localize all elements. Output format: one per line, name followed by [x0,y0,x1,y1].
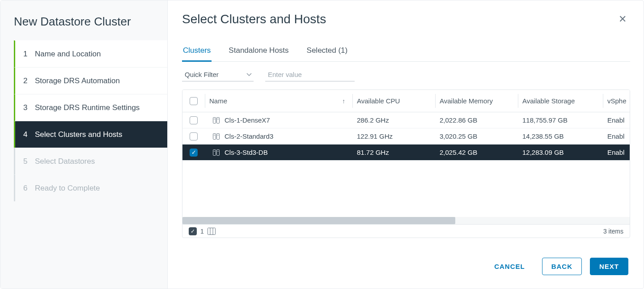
filter-input[interactable] [265,70,355,81]
checkbox-icon[interactable] [190,132,198,140]
step-ready-complete: 6 Ready to Complete [14,174,167,201]
tab-standalone-hosts[interactable]: Standalone Hosts [228,46,289,61]
step-number: 2 [23,76,35,85]
step-name-location[interactable]: 1 Name and Location [14,40,167,67]
row-name-cell: Cls-1-DenseX7 [205,112,352,128]
items-count: 3 items [603,228,623,235]
wizard-footer: CANCEL BACK NEXT [182,247,630,289]
table-row[interactable]: Cls-1-DenseX7 286.2 GHz 2,022.86 GB 118,… [182,112,630,128]
row-cpu: 122.91 GHz [352,128,435,144]
step-label: Storage DRS Runtime Settings [35,103,140,112]
wizard-title: New Datastore Cluster [0,13,167,40]
step-drs-runtime[interactable]: 3 Storage DRS Runtime Settings [14,94,167,121]
step-label: Select Datastores [35,157,95,166]
row-cpu: 286.2 GHz [352,112,435,128]
header-memory[interactable]: Available Memory [435,90,518,112]
checkbox-icon[interactable] [190,116,198,124]
svg-rect-4 [213,133,216,139]
page-title: Select Clusters and Hosts [182,12,326,26]
svg-rect-1 [217,117,220,123]
table-footer: 1 3 items [182,224,630,238]
wizard-dialog: New Datastore Cluster 1 Name and Locatio… [0,0,644,289]
quick-filter-dropdown[interactable]: Quick Filter [182,70,254,81]
tabs: Clusters Standalone Hosts Selected (1) [182,46,630,62]
table-row[interactable]: Cls-2-Standard3 122.91 GHz 3,020.25 GB 1… [182,128,630,144]
table-row[interactable]: Cls-3-Std3-DB 81.72 GHz 2,025.42 GB 12,2… [182,144,630,161]
sort-asc-icon: ↑ [342,98,348,105]
step-select-clusters-hosts[interactable]: 4 Select Clusters and Hosts [14,121,167,148]
step-number: 3 [23,103,35,112]
row-checkbox-cell[interactable] [182,112,205,128]
table-header-row: Name ↑ Available CPU Available Memory Av… [182,90,630,112]
step-number: 4 [23,130,35,139]
row-name-cell: Cls-3-Std3-DB [205,144,352,160]
cancel-button[interactable]: CANCEL [485,258,534,275]
step-label: Select Clusters and Hosts [35,130,123,139]
checkbox-icon[interactable] [190,97,198,105]
svg-rect-8 [213,149,216,155]
row-name: Cls-2-Standard3 [225,132,273,140]
header-name[interactable]: Name ↑ [205,90,352,112]
cluster-icon [213,149,220,156]
step-drs-automation[interactable]: 2 Storage DRS Automation [14,67,167,94]
back-button[interactable]: BACK [542,258,582,275]
wizard-content: Select Clusters and Hosts ✕ Clusters Sta… [168,0,644,289]
row-memory: 3,020.25 GB [435,128,518,144]
close-icon[interactable]: ✕ [615,13,630,26]
horizontal-scrollbar[interactable] [182,217,630,224]
cluster-icon [213,117,220,123]
step-label: Name and Location [35,50,101,59]
header-storage[interactable]: Available Storage [518,90,603,112]
step-number: 5 [23,157,35,166]
header-ha[interactable]: vSphe [603,90,630,112]
tab-selected[interactable]: Selected (1) [306,46,349,61]
table-body: Cls-1-DenseX7 286.2 GHz 2,022.86 GB 118,… [182,112,630,217]
step-label: Storage DRS Automation [35,76,120,85]
row-memory: 2,022.86 GB [435,112,518,128]
columns-icon[interactable] [208,228,216,235]
wizard-steps: 1 Name and Location 2 Storage DRS Automa… [0,40,167,201]
wizard-sidebar: New Datastore Cluster 1 Name and Locatio… [0,0,168,289]
row-name-cell: Cls-2-Standard3 [205,128,352,144]
checkbox-icon[interactable] [190,149,198,157]
row-ha: Enabl [603,144,630,160]
svg-rect-0 [213,117,216,123]
row-storage: 118,755.97 GB [518,112,603,128]
chevron-down-icon [246,73,252,76]
step-number: 1 [23,50,35,59]
row-cpu: 81.72 GHz [352,144,435,160]
header-name-label: Name [209,97,227,105]
row-storage: 14,238.55 GB [518,128,603,144]
svg-rect-12 [208,228,215,234]
header-cpu[interactable]: Available CPU [352,90,435,112]
row-checkbox-cell[interactable] [182,144,205,160]
scrollbar-thumb[interactable] [182,217,455,224]
header-select-all[interactable] [182,90,205,112]
row-checkbox-cell[interactable] [182,128,205,144]
selected-indicator-icon[interactable] [189,227,197,235]
row-name: Cls-1-DenseX7 [225,116,270,124]
clusters-table: Name ↑ Available CPU Available Memory Av… [182,89,630,238]
row-ha: Enabl [603,128,630,144]
footer-left: 1 [189,227,216,235]
svg-rect-5 [217,133,220,139]
row-memory: 2,025.42 GB [435,144,518,160]
step-select-datastores: 5 Select Datastores [14,148,167,174]
cluster-icon [213,133,220,140]
selected-count: 1 [200,228,204,235]
step-label: Ready to Complete [35,184,100,193]
row-storage: 12,283.09 GB [518,144,603,160]
svg-rect-9 [217,149,220,155]
tab-clusters[interactable]: Clusters [182,46,212,61]
next-button[interactable]: NEXT [590,258,628,275]
quick-filter-label: Quick Filter [185,71,219,78]
step-number: 6 [23,184,35,193]
row-ha: Enabl [603,112,630,128]
filter-bar: Quick Filter [182,70,630,81]
content-header: Select Clusters and Hosts ✕ [182,12,630,31]
row-name: Cls-3-Std3-DB [225,149,268,156]
